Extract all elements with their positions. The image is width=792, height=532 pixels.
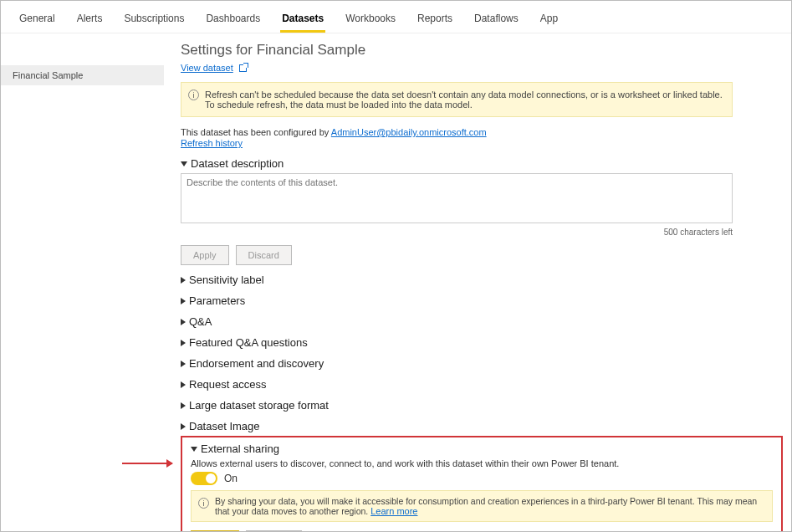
main-settings-panel: Settings for Financial Sample View datas… (164, 33, 791, 532)
section-qa[interactable]: Q&A (181, 315, 783, 328)
section-dataset-image[interactable]: Dataset Image (181, 420, 783, 432)
chevron-right-icon (181, 361, 186, 367)
tab-workbooks[interactable]: Workbooks (344, 8, 397, 33)
chevron-down-icon (191, 447, 197, 452)
chevron-right-icon (181, 402, 186, 409)
section-featured-qa[interactable]: Featured Q&A questions (181, 336, 783, 349)
external-link-icon (239, 64, 247, 72)
char-count-label: 500 characters left (181, 228, 733, 237)
chevron-right-icon (181, 277, 186, 284)
tab-app[interactable]: App (539, 8, 560, 33)
tab-general[interactable]: General (18, 8, 57, 33)
chevron-right-icon (181, 423, 186, 430)
refresh-history-link[interactable]: Refresh history (181, 138, 243, 148)
view-dataset-link[interactable]: View dataset (181, 63, 233, 73)
annotation-arrow-icon (122, 463, 172, 464)
chevron-right-icon (181, 340, 186, 346)
external-sharing-toggle[interactable] (191, 472, 217, 485)
external-sharing-toggle-label: On (224, 473, 238, 484)
description-discard-button[interactable]: Discard (236, 245, 292, 265)
configured-by-line: This dataset has been configured by Admi… (181, 127, 783, 137)
tab-dataflows[interactable]: Dataflows (473, 8, 520, 33)
refresh-warning-banner: i Refresh can't be scheduled because the… (181, 82, 733, 117)
tab-datasets[interactable]: Datasets (280, 8, 325, 33)
dataset-description-textarea[interactable] (181, 173, 733, 223)
section-sensitivity-label[interactable]: Sensitivity label (181, 274, 783, 286)
tab-dashboards[interactable]: Dashboards (204, 8, 262, 33)
external-sharing-info-banner: i By sharing your data, you will make it… (191, 490, 773, 522)
description-apply-button[interactable]: Apply (181, 245, 229, 265)
section-external-sharing[interactable]: External sharing (191, 442, 773, 455)
info-icon: i (198, 498, 209, 509)
chevron-down-icon (181, 161, 187, 166)
external-sharing-desc: Allows external users to discover, conne… (191, 458, 773, 468)
external-sharing-learn-more-link[interactable]: Learn more (370, 506, 417, 516)
page-title: Settings for Financial Sample (181, 42, 783, 59)
tab-alerts[interactable]: Alerts (75, 8, 105, 33)
section-parameters[interactable]: Parameters (181, 294, 783, 307)
tab-reports[interactable]: Reports (416, 8, 454, 33)
tab-subscriptions[interactable]: Subscriptions (122, 8, 186, 33)
section-large-storage[interactable]: Large dataset storage format (181, 399, 783, 412)
refresh-warning-text: Refresh can't be scheduled because the d… (205, 90, 723, 110)
nav-tabs: General Alerts Subscriptions Dashboards … (1, 1, 791, 33)
chevron-right-icon (181, 319, 186, 325)
chevron-right-icon (181, 381, 186, 388)
dataset-sidebar: Financial Sample (1, 33, 164, 532)
sidebar-item-financial-sample[interactable]: Financial Sample (1, 65, 164, 85)
chevron-right-icon (181, 298, 186, 304)
info-icon: i (188, 90, 199, 100)
configured-by-user-link[interactable]: AdminUser@pbidaily.onmicrosoft.com (331, 127, 487, 137)
external-sharing-highlight: External sharing Allows external users t… (181, 436, 783, 532)
section-request-access[interactable]: Request access (181, 378, 783, 391)
section-endorsement[interactable]: Endorsement and discovery (181, 357, 783, 370)
section-dataset-description[interactable]: Dataset description (181, 157, 783, 170)
